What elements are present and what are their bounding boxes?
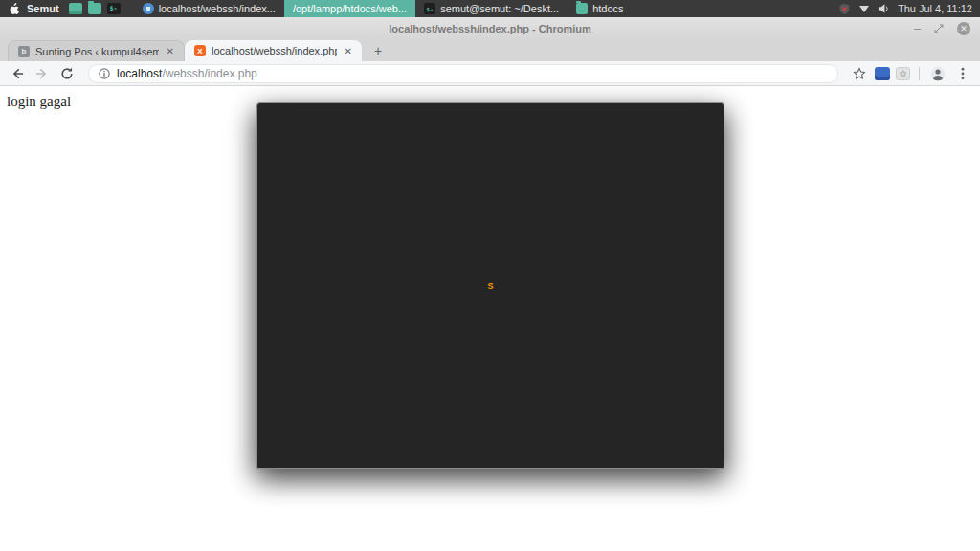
extension-blue-icon[interactable] bbox=[875, 67, 890, 80]
extension-gray-icon[interactable]: ✿ bbox=[896, 67, 910, 80]
panel-launchers: $- bbox=[69, 3, 121, 14]
address-bar[interactable]: localhost/webssh/index.php bbox=[88, 64, 838, 83]
sublime-icon: S bbox=[256, 102, 724, 469]
url-host: localhost bbox=[117, 67, 162, 80]
minimize-button[interactable]: – bbox=[914, 23, 921, 34]
system-tray: Thu Jul 4, 11:12 bbox=[838, 3, 980, 15]
page-info-icon[interactable] bbox=[99, 68, 110, 79]
taskbar-item-terminal[interactable]: $-semut@semut: ~/Deskt... bbox=[415, 0, 568, 17]
chromium-icon bbox=[143, 3, 154, 14]
taskbar: localhost/webssh/index...S/opt/lampp/htd… bbox=[134, 0, 633, 17]
new-tab-button[interactable]: + bbox=[366, 42, 390, 59]
browser-titlebar: localhost/webssh/index.php - Chromium – … bbox=[0, 17, 980, 40]
page-output-text: login gagal bbox=[7, 94, 71, 110]
bookmark-star-icon[interactable] bbox=[850, 64, 869, 83]
toolbar-separator bbox=[919, 67, 920, 80]
wordpress-favicon-icon: b bbox=[18, 46, 30, 57]
profile-avatar[interactable] bbox=[928, 64, 947, 83]
folder-launcher-icon[interactable] bbox=[88, 3, 101, 14]
xampp-favicon-icon: X bbox=[194, 45, 206, 56]
browser-tab[interactable]: bSunting Pos ‹ kumpul4semut —✕ bbox=[8, 40, 185, 61]
clock[interactable]: Thu Jul 4, 11:12 bbox=[898, 3, 972, 14]
taskbar-item-label: /opt/lampp/htdocs/web... bbox=[293, 3, 407, 14]
panel-menu-label[interactable]: Semut bbox=[27, 3, 59, 14]
shield-security-icon[interactable] bbox=[838, 3, 851, 15]
terminal-icon: $- bbox=[424, 3, 435, 14]
folder-icon bbox=[576, 3, 588, 14]
desktop-panel: Semut $- localhost/webssh/index...S/opt/… bbox=[0, 0, 980, 17]
browser-window-title: localhost/webssh/index.php - Chromium bbox=[389, 23, 590, 34]
taskbar-item-chromium[interactable]: localhost/webssh/index... bbox=[134, 0, 284, 17]
close-button[interactable]: ✕ bbox=[957, 22, 970, 35]
reload-button[interactable] bbox=[57, 64, 77, 83]
url-path: /webssh/index.php bbox=[162, 67, 256, 80]
taskbar-item-folder[interactable]: htdocs bbox=[568, 0, 632, 17]
taskbar-item-sublime[interactable]: S/opt/lampp/htdocs/web... bbox=[284, 0, 415, 17]
browser-tab-title: Sunting Pos ‹ kumpul4semut — bbox=[35, 46, 159, 57]
tab-close-icon[interactable]: ✕ bbox=[165, 46, 176, 56]
terminal-launcher-icon[interactable]: $- bbox=[107, 3, 121, 14]
browser-tab[interactable]: Xlocalhost/webssh/index.php✕ bbox=[185, 40, 362, 61]
taskbar-item-label: htdocs bbox=[592, 3, 623, 14]
browser-menu-kebab-icon[interactable] bbox=[953, 64, 972, 83]
tab-close-icon[interactable]: ✕ bbox=[343, 46, 354, 56]
browser-toolbar: localhost/webssh/index.php ✿ bbox=[0, 61, 980, 86]
volume-icon[interactable] bbox=[878, 3, 890, 14]
apple-logo-icon[interactable] bbox=[6, 3, 21, 15]
browser-tab-title: localhost/webssh/index.php bbox=[212, 45, 337, 56]
browser-tabstrip: bSunting Pos ‹ kumpul4semut —✕Xlocalhost… bbox=[0, 40, 980, 61]
taskbar-item-label: localhost/webssh/index... bbox=[159, 3, 276, 14]
taskbar-item-label: semut@semut: ~/Deskt... bbox=[440, 3, 559, 14]
forward-button[interactable] bbox=[33, 64, 52, 83]
url-text: localhost/webssh/index.php bbox=[117, 67, 257, 80]
window-launcher-icon[interactable] bbox=[69, 3, 82, 14]
back-button[interactable] bbox=[8, 64, 27, 83]
dropdown-tray-icon[interactable] bbox=[858, 5, 870, 13]
restore-button[interactable] bbox=[934, 24, 944, 33]
